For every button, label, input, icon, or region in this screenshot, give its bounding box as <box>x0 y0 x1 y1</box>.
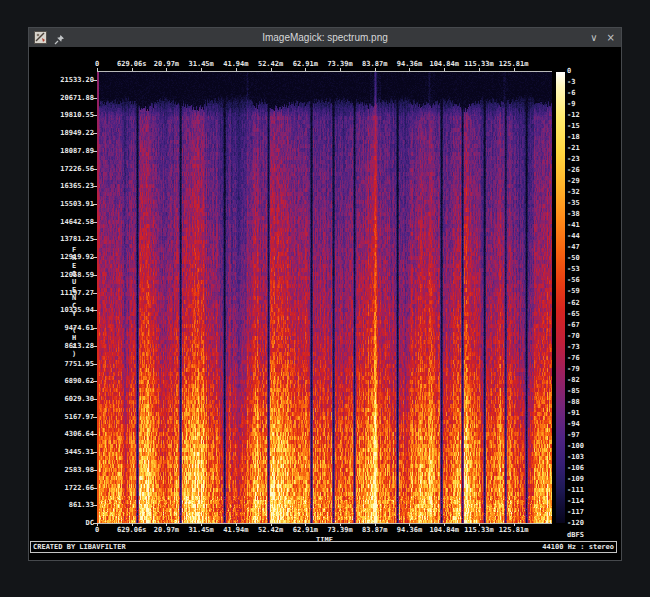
db-tick-label: -70 <box>567 332 580 340</box>
freq-tick-label: 1722.66 <box>50 484 94 492</box>
freq-tick-label: 6890.62 <box>50 377 94 385</box>
freq-axis-title-char: z <box>67 342 81 350</box>
db-tick-label: -32 <box>567 188 580 196</box>
freq-tick-label: 3445.31 <box>50 448 94 456</box>
time-tick-label: 125.81m <box>499 60 529 68</box>
freq-tick-mark <box>93 204 97 205</box>
db-tick-label: -15 <box>567 122 580 130</box>
freq-tick-label: 15503.91 <box>50 200 94 208</box>
db-tick-label: -47 <box>567 243 580 251</box>
time-tick-mark <box>201 523 202 526</box>
time-tick-label: 73.39m <box>327 60 352 68</box>
time-tick-mark <box>97 68 98 71</box>
time-tick-mark <box>305 523 306 526</box>
time-tick-label: 115.33m <box>464 526 494 534</box>
time-tick-label: 41.94m <box>223 60 248 68</box>
db-tick-label: -82 <box>567 376 580 384</box>
image-viewport[interactable]: 0629.06s20.97m31.45m41.94m52.42m62.91m73… <box>29 47 621 560</box>
freq-tick-label: 18087.89 <box>50 147 94 155</box>
db-tick-label: -3 <box>567 78 575 86</box>
db-tick-label: -12 <box>567 111 580 119</box>
db-tick-label: -79 <box>567 365 580 373</box>
time-tick-label: 52.42m <box>258 526 283 534</box>
db-tick-label: -50 <box>567 254 580 262</box>
time-tick-mark <box>271 68 272 71</box>
freq-tick-label: 16365.23 <box>50 182 94 190</box>
freq-axis-title-char: E <box>67 262 81 270</box>
freq-tick-label: 4306.64 <box>50 430 94 438</box>
time-tick-mark <box>236 68 237 71</box>
imagemagick-window: ImageMagick: spectrum.png ∨ × 0629.06s20… <box>28 27 622 561</box>
freq-axis-title-char: C <box>67 302 81 310</box>
time-tick-label: 83.87m <box>362 60 387 68</box>
time-tick-label: 73.39m <box>327 526 352 534</box>
freq-tick-mark <box>93 328 97 329</box>
db-tick-label: -53 <box>567 265 580 273</box>
freq-tick-label: 18949.22 <box>50 129 94 137</box>
spectrogram-image <box>97 72 552 523</box>
time-tick-mark <box>514 68 515 71</box>
time-tick-mark <box>271 523 272 526</box>
colorbar-unit: dBFS <box>567 531 584 539</box>
time-tick-mark <box>514 523 515 526</box>
freq-axis-title-char: Y <box>67 310 81 318</box>
time-tick-mark <box>409 523 410 526</box>
shade-icon[interactable]: ∨ <box>590 33 597 43</box>
time-tick-label: 94.36m <box>397 60 422 68</box>
titlebar[interactable]: ImageMagick: spectrum.png ∨ × <box>29 28 621 48</box>
close-icon[interactable]: × <box>607 33 615 43</box>
freq-tick-mark <box>93 186 97 187</box>
db-tick-label: -21 <box>567 144 580 152</box>
time-tick-label: 104.84m <box>429 526 459 534</box>
time-tick-mark <box>132 523 133 526</box>
footer: CREATED BY LIBAVFILTER 44100 Hz : stereo <box>30 541 617 553</box>
time-tick-label: 629.06s <box>117 60 147 68</box>
db-tick-label: -6 <box>567 89 575 97</box>
freq-axis-title-char: R <box>67 254 81 262</box>
time-tick-label: 125.81m <box>499 526 529 534</box>
freq-tick-label: 861.33 <box>50 501 94 509</box>
freq-tick-mark <box>93 239 97 240</box>
time-tick-mark <box>375 523 376 526</box>
db-tick-label: -38 <box>567 210 580 218</box>
db-tick-label: -67 <box>567 321 580 329</box>
colorbar <box>556 72 565 523</box>
db-tick-label: -76 <box>567 354 580 362</box>
db-tick-label: -73 <box>567 343 580 351</box>
db-tick-label: -97 <box>567 431 580 439</box>
db-tick-label: -88 <box>567 398 580 406</box>
freq-axis-title-char: F <box>67 246 81 254</box>
db-tick-label: 0 <box>567 67 571 75</box>
time-tick-mark <box>97 523 98 526</box>
time-tick-label: 52.42m <box>258 60 283 68</box>
time-tick-label: 94.36m <box>397 526 422 534</box>
freq-tick-mark <box>93 169 97 170</box>
time-tick-mark <box>444 68 445 71</box>
db-tick-label: -56 <box>567 276 580 284</box>
db-tick-label: -94 <box>567 420 580 428</box>
freq-tick-mark <box>93 115 97 116</box>
time-tick-label: 31.45m <box>189 526 214 534</box>
freq-tick-label: 21533.20 <box>50 76 94 84</box>
time-tick-label: 104.84m <box>429 60 459 68</box>
db-tick-label: -114 <box>567 497 584 505</box>
freq-tick-label: 2583.98 <box>50 466 94 474</box>
db-tick-label: -62 <box>567 299 580 307</box>
time-tick-label: 62.91m <box>293 60 318 68</box>
time-tick-mark <box>340 68 341 71</box>
freq-tick-mark <box>93 417 97 418</box>
freq-axis-title-char: N <box>67 294 81 302</box>
freq-tick-label: DC <box>50 519 94 527</box>
freq-tick-mark <box>93 470 97 471</box>
time-tick-mark <box>479 68 480 71</box>
freq-tick-label: 19810.55 <box>50 111 94 119</box>
time-tick-label: 83.87m <box>362 526 387 534</box>
time-tick-label: 20.97m <box>154 60 179 68</box>
time-tick-mark <box>166 523 167 526</box>
db-tick-label: -18 <box>567 133 580 141</box>
time-tick-mark <box>166 68 167 71</box>
db-tick-label: -103 <box>567 453 584 461</box>
freq-tick-label: 14642.58 <box>50 218 94 226</box>
footer-audio-format: 44100 Hz : stereo <box>542 543 614 551</box>
freq-tick-mark <box>93 80 97 81</box>
